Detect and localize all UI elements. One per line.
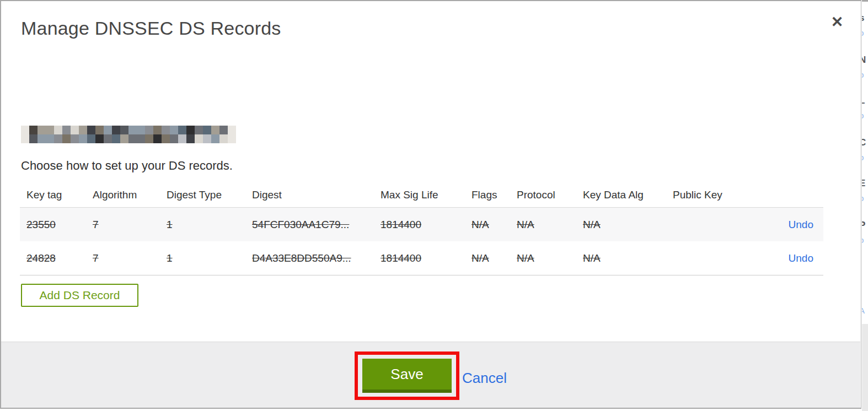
redacted-pixel-block (153, 134, 162, 143)
redacted-pixel-block (71, 134, 79, 143)
cell-protocol: N/A (517, 252, 583, 264)
background-page-sliver: soNoLoCoEoPoA (862, 0, 868, 411)
cell-key-data-alg: N/A (583, 219, 673, 231)
cell-algorithm: 7 (93, 252, 167, 264)
redacted-pixel-block (211, 134, 219, 143)
save-button[interactable]: Save (362, 359, 452, 393)
redacted-pixel-block (145, 126, 153, 134)
col-header-max-sig-life: Max Sig Life (381, 189, 471, 201)
save-annotation-highlight: Save (355, 351, 459, 400)
redacted-pixel-block (79, 126, 87, 134)
redacted-pixel-block (137, 134, 145, 143)
manage-dnssec-modal: Manage DNSSEC DS Records ✕ Choose how to… (0, 0, 861, 409)
cell-digest: 54FCF030AA1C79... (252, 219, 381, 231)
redacted-domain-name (21, 126, 236, 143)
background-text-fragment: s (862, 13, 864, 24)
redacted-pixel-block (37, 134, 46, 143)
add-ds-record-button[interactable]: Add DS Record (21, 284, 138, 307)
undo-link[interactable]: Undo (789, 219, 813, 230)
redacted-pixel-block (178, 126, 186, 134)
background-text-fragment: A (862, 306, 865, 315)
redacted-pixel-block (120, 134, 128, 143)
col-header-digest: Digest (252, 189, 381, 201)
redacted-pixel-block (186, 134, 195, 143)
cell-max-sig-life: 1814400 (381, 252, 471, 264)
page-title: Manage DNSSEC DS Records (21, 18, 281, 39)
background-text-fragment: o (862, 70, 864, 79)
redacted-pixel-block (162, 126, 170, 134)
cell-flags: N/A (471, 252, 517, 264)
cell-max-sig-life: 1814400 (381, 219, 471, 231)
cell-digest: D4A33E8DD550A9... (252, 252, 381, 264)
background-text-fragment: E (862, 178, 865, 189)
background-page-footer-strip (862, 324, 868, 411)
redacted-pixel-block (54, 134, 62, 143)
redacted-pixel-block (112, 126, 120, 134)
redacted-pixel-block (195, 134, 203, 143)
redacted-pixel-block (153, 126, 162, 134)
ds-records-table: Key tag Algorithm Digest Type Digest Max… (20, 183, 823, 275)
redacted-pixel-block (128, 126, 137, 134)
redacted-pixel-block (104, 126, 112, 134)
table-row: 23550 7 1 54FCF030AA1C79... 1814400 N/A … (20, 208, 823, 241)
close-icon[interactable]: ✕ (827, 12, 847, 32)
col-header-algorithm: Algorithm (93, 189, 167, 201)
redacted-pixel-block (120, 126, 128, 134)
redacted-pixel-block (211, 126, 219, 134)
redacted-pixel-block (29, 134, 37, 143)
redacted-pixel-block (195, 126, 203, 134)
table-row: 24828 7 1 D4A33E8DD550A9... 1814400 N/A … (20, 241, 823, 275)
col-header-protocol: Protocol (517, 189, 583, 201)
background-text-fragment: o (862, 235, 864, 245)
redacted-pixel-block (71, 126, 79, 134)
redacted-pixel-block (95, 134, 104, 143)
cell-flags: N/A (471, 219, 517, 231)
redacted-pixel-block (62, 134, 71, 143)
cell-key-data-alg: N/A (583, 252, 673, 264)
col-header-digest-type: Digest Type (167, 189, 252, 201)
subtitle-text: Choose how to set up your DS records. (21, 159, 233, 173)
table-header-row: Key tag Algorithm Digest Type Digest Max… (20, 183, 823, 208)
redacted-pixel-block (21, 134, 29, 143)
col-header-public-key: Public Key (673, 189, 775, 201)
redacted-pixel-block (112, 134, 120, 143)
background-text-fragment: C (862, 137, 866, 148)
cell-algorithm: 7 (93, 219, 167, 231)
undo-link[interactable]: Undo (789, 252, 813, 264)
redacted-pixel-block (87, 126, 95, 134)
redacted-pixel-block (21, 126, 29, 134)
cancel-link[interactable]: Cancel (462, 370, 507, 387)
redacted-pixel-block (62, 126, 71, 134)
redacted-pixel-block (104, 134, 112, 143)
col-header-key-tag: Key tag (26, 189, 93, 201)
redacted-pixel-block (203, 126, 211, 134)
background-text-fragment: P (862, 220, 865, 231)
redacted-pixel-block (145, 134, 153, 143)
redacted-pixel-block (170, 126, 178, 134)
redacted-pixel-block (128, 134, 137, 143)
col-header-key-data-alg: Key Data Alg (583, 189, 673, 201)
background-text-fragment: o (862, 153, 864, 162)
background-text-fragment: o (862, 28, 864, 37)
redacted-pixel-block (162, 134, 170, 143)
redacted-pixel-block (29, 126, 37, 134)
background-text-fragment: L (862, 95, 865, 106)
redacted-pixel-block (219, 134, 228, 143)
cell-key-tag: 23550 (26, 219, 93, 231)
cell-digest-type: 1 (167, 219, 252, 231)
redacted-pixel-block (37, 126, 46, 134)
background-text-fragment: o (862, 193, 864, 203)
cell-key-tag: 24828 (26, 252, 93, 264)
cell-digest-type: 1 (167, 252, 252, 264)
redacted-pixel-block (87, 134, 95, 143)
redacted-pixel-block (219, 126, 228, 134)
redacted-pixel-block (203, 134, 211, 143)
redacted-pixel-block (137, 126, 145, 134)
redacted-pixel-block (228, 126, 236, 134)
page-background-strip (0, 409, 862, 411)
redacted-pixel-block (95, 126, 104, 134)
redacted-pixel-block (46, 126, 54, 134)
background-text-fragment: N (862, 55, 866, 66)
redacted-pixel-block (54, 126, 62, 134)
redacted-pixel-block (186, 126, 195, 134)
